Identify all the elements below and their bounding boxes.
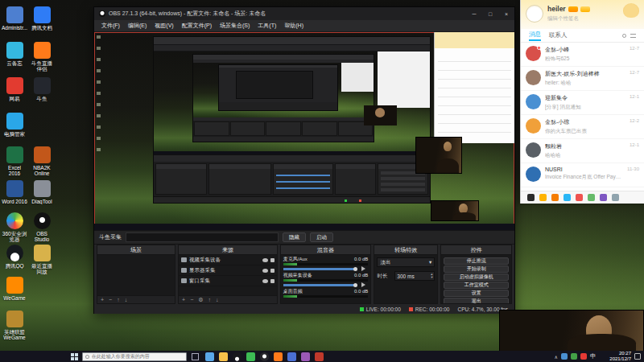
- source-row[interactable]: 显示器采集: [179, 265, 277, 276]
- spin-down-icon[interactable]: ▾: [431, 276, 432, 279]
- menu-file[interactable]: 文件(F): [97, 22, 124, 30]
- start-button[interactable]: [71, 353, 78, 360]
- lock-icon[interactable]: [270, 258, 275, 262]
- taskbar-app-manager[interactable]: [315, 352, 324, 361]
- tray-icon-1[interactable]: [561, 353, 568, 360]
- taskbar-app-douyu[interactable]: [274, 352, 283, 361]
- add-source-button[interactable]: +: [182, 297, 185, 302]
- favorites-icon[interactable]: [539, 194, 547, 201]
- chat-item[interactable]: NUSRIInvoice Finance月底 Offer Pay… 11-30: [521, 163, 644, 187]
- source-up-button[interactable]: ↑: [208, 297, 212, 302]
- source-down-button[interactable]: ↓: [216, 297, 219, 302]
- dock-input[interactable]: [126, 232, 279, 242]
- dock-hide-button[interactable]: 隐藏: [283, 232, 306, 242]
- desktop-icon-admin[interactable]: Administr...: [2, 6, 27, 31]
- chat-item[interactable]: 新医大-娱乐-刘迪棒棒heiler: 哈哈 12-7: [521, 67, 644, 91]
- eye-icon[interactable]: [262, 258, 268, 262]
- chat-item[interactable]: 颗粒岩哈哈哈 12-1: [521, 139, 644, 163]
- menu-edit[interactable]: 编辑(E): [124, 22, 151, 30]
- transition-select[interactable]: 淡出▾: [377, 257, 435, 267]
- taskbar-app-qq[interactable]: [233, 352, 242, 361]
- apps-icon[interactable]: [600, 194, 607, 201]
- task-view-button[interactable]: [192, 353, 199, 360]
- volume-slider[interactable]: [283, 284, 361, 286]
- stop-stream-button[interactable]: 停止推流: [444, 257, 509, 265]
- desktop-icon-nba2k[interactable]: NBA2K Online: [29, 146, 55, 176]
- taskbar-app-explorer[interactable]: [219, 352, 228, 361]
- virtual-camera-button[interactable]: 启动虚拟摄像机: [444, 274, 509, 281]
- tray-icon-3[interactable]: [580, 353, 587, 360]
- desktop-icon-diagtool[interactable]: DiagTool: [29, 180, 55, 204]
- tray-icon-2[interactable]: [571, 353, 577, 360]
- desktop-icon-replays[interactable]: 最近直播回放: [29, 245, 55, 274]
- menu-view[interactable]: 视图(V): [151, 22, 177, 30]
- taskbar-app-obs[interactable]: [260, 352, 269, 361]
- chat-item[interactable]: 金脉-小琼你的火车票已出票 12-2: [521, 115, 644, 139]
- remove-scene-button[interactable]: −: [109, 297, 112, 302]
- lock-icon[interactable]: [270, 269, 275, 273]
- source-row[interactable]: 视频采集设备: [179, 255, 277, 265]
- eye-icon[interactable]: [262, 279, 268, 283]
- menu-icon[interactable]: [630, 34, 636, 38]
- qq-avatar[interactable]: [526, 5, 543, 23]
- clock[interactable]: 20:27 2021/12/7: [599, 351, 631, 362]
- desktop-icon-excel[interactable]: Excel 2016: [2, 146, 27, 176]
- scene-down-button[interactable]: ↓: [125, 297, 128, 302]
- desktop-icon-lol-wegame[interactable]: 英雄联盟WeGame版: [2, 311, 27, 340]
- studio-mode-button[interactable]: 工作室模式: [444, 282, 509, 289]
- taskbar-app-wechat[interactable]: [246, 352, 255, 361]
- exit-button[interactable]: 退出: [444, 298, 509, 303]
- chat-item[interactable]: 金脉-小峰粉饰与625 12-7: [521, 43, 644, 67]
- add-scene-button[interactable]: +: [101, 297, 104, 302]
- desktop-icon-pc-manager[interactable]: 电脑管家: [2, 113, 27, 137]
- tray-expand-icon[interactable]: ∧: [555, 354, 558, 360]
- taskbar-app-store[interactable]: [301, 352, 310, 361]
- menu-scene-collection[interactable]: 场景集合(S): [216, 22, 254, 30]
- desktop-icon-word[interactable]: Word 2016: [2, 180, 27, 204]
- menu-tools[interactable]: 工具(T): [254, 22, 280, 30]
- scenes-list[interactable]: [97, 255, 175, 295]
- speaker-icon[interactable]: [361, 266, 368, 271]
- desktop-icon-obs-studio[interactable]: OBS Studio: [29, 212, 55, 242]
- desktop-icon-douyu[interactable]: 斗鱼: [29, 77, 55, 101]
- duration-spinner[interactable]: 300 ms▴▾: [394, 271, 435, 281]
- minimize-button[interactable]: ─: [466, 7, 482, 20]
- settings-button[interactable]: 设置: [444, 290, 509, 297]
- notification-center-button[interactable]: [634, 353, 641, 360]
- taskbar-app-browser[interactable]: [205, 352, 214, 361]
- taskbar-search[interactable]: [82, 352, 187, 361]
- desktop-icon-360-browser[interactable]: 360安全浏览器: [2, 212, 27, 242]
- desktop-icon-qq[interactable]: 腾讯QQ: [2, 245, 27, 269]
- search-icon[interactable]: [622, 34, 626, 38]
- start-record-button[interactable]: 开始录制: [444, 265, 509, 273]
- speaker-icon[interactable]: [361, 282, 368, 287]
- desktop-icon-douyu-companion[interactable]: 斗鱼直播伴侣: [29, 42, 55, 72]
- obs-titlebar[interactable]: OBS 27.1.3 (64-bit, windows) - 配置文件: 未命名…: [94, 7, 514, 20]
- desktop-icon-wegame[interactable]: WeGame: [2, 277, 27, 301]
- games-icon[interactable]: [588, 194, 595, 201]
- more-icon[interactable]: [612, 194, 619, 201]
- desktop-icon-netease[interactable]: 网易: [2, 77, 27, 101]
- volume-slider[interactable]: [283, 268, 361, 270]
- lock-icon[interactable]: [270, 279, 275, 283]
- desktop-icon-cloud-note[interactable]: 云备忘: [2, 42, 27, 66]
- folder-icon[interactable]: [551, 194, 559, 201]
- close-button[interactable]: ×: [498, 7, 514, 20]
- tab-messages[interactable]: 消息: [529, 31, 541, 41]
- webcam-window[interactable]: [499, 310, 644, 352]
- scene-up-button[interactable]: ↑: [117, 297, 120, 302]
- menu-profile[interactable]: 配置文件(P): [178, 22, 216, 30]
- desktop-icon-tencent-docs[interactable]: 腾讯文档: [29, 6, 55, 31]
- dock-start-button[interactable]: 启动: [310, 232, 333, 242]
- taskbar-app-wegame[interactable]: [287, 352, 296, 361]
- qq-penguin-icon[interactable]: [527, 194, 535, 201]
- eye-icon[interactable]: [262, 269, 268, 273]
- cloud-icon[interactable]: [564, 194, 571, 201]
- source-properties-button[interactable]: ⚙: [198, 297, 203, 303]
- tab-contacts[interactable]: 联系人: [549, 31, 568, 39]
- obs-preview[interactable]: [94, 32, 514, 230]
- menu-help[interactable]: 帮助(H): [280, 22, 308, 30]
- remove-source-button[interactable]: −: [190, 297, 193, 302]
- input-language[interactable]: 中: [590, 352, 596, 360]
- mail-icon[interactable]: [576, 194, 583, 201]
